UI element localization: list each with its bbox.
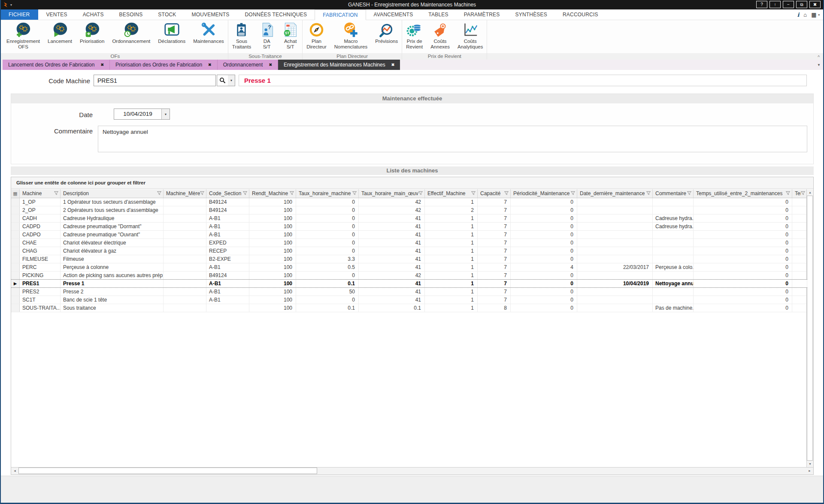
table-row-chae[interactable]: CHAEChariot élévateur électriqueEXPED100… [11, 239, 807, 247]
column-header-commentaire[interactable]: Commentaire [653, 189, 694, 198]
horizontal-scrollbar[interactable]: ◄ ► [11, 467, 813, 474]
date-dropdown-icon[interactable]: ▼ [161, 109, 170, 119]
column-header-machine-mere[interactable]: Machine_Mère [164, 189, 206, 198]
tab-list-dropdown-icon[interactable]: ▼ [817, 63, 821, 67]
menu-item-ventes[interactable]: VENTES [38, 9, 75, 20]
tab-ordonnancement[interactable]: Ordonnancement✖ [218, 60, 278, 70]
comment-textarea[interactable]: Nettoyage annuel [98, 126, 807, 152]
column-header-rendt-machine[interactable]: Rendt_Machine [249, 189, 296, 198]
filter-icon[interactable] [646, 190, 651, 196]
table-row-2-op[interactable]: 2_OP2 Opérateurs tous secteurs d'assembl… [11, 206, 807, 214]
scroll-up-icon[interactable]: ▲ [807, 189, 813, 196]
vertical-scroll-thumb[interactable] [807, 196, 813, 461]
table-row-pres2[interactable]: PRES2Presse 2A-B110050411700 [11, 288, 807, 296]
horizontal-scroll-thumb[interactable] [18, 468, 317, 474]
column-header-date-derniere-maintenance[interactable]: Date_dernière_maintenance [577, 189, 653, 198]
menu-item-avancements[interactable]: AVANCEMENTS [366, 9, 421, 20]
minimize-window-button[interactable]: − [783, 1, 794, 8]
filter-icon[interactable] [571, 190, 575, 196]
filter-icon[interactable] [200, 190, 204, 196]
filter-icon[interactable] [801, 190, 805, 196]
column-header-machine[interactable]: Machine [20, 189, 61, 198]
help-window-button[interactable]: ? [756, 1, 767, 8]
column-header-capacite[interactable]: Capacité [478, 189, 511, 198]
restore-window-button[interactable]: ⧉ [796, 1, 807, 8]
menu-item-syntheses[interactable]: SYNTHÈSES [508, 9, 555, 20]
ribbon-button-priorisation[interactable]: Priorisation [76, 20, 109, 53]
ribbon-button-previsions[interactable]: Prévisions [371, 20, 402, 53]
tab-close-icon[interactable]: ✖ [100, 63, 104, 67]
menu-item-mouvements[interactable]: MOUVEMENTS [184, 9, 237, 20]
home-icon[interactable]: ⌂ [803, 12, 807, 18]
menu-item-achats[interactable]: ACHATS [75, 9, 112, 20]
ribbon-button-macro-nomenclatures[interactable]: Macro Nomenclatures [330, 20, 371, 53]
ribbon-button-declarations[interactable]: Déclarations [154, 20, 189, 53]
date-combo[interactable]: 10/04/2019 ▼ [114, 109, 170, 120]
grid-select-all-cell[interactable]: ▦ [11, 189, 20, 198]
tab-enregistrement-des-maintenances-machines[interactable]: Enregistrement des Maintenances Machines… [278, 60, 400, 70]
table-row-1-op[interactable]: 1_OP1 Opérateur tous secteurs d'assembla… [11, 198, 807, 206]
filter-icon[interactable] [54, 190, 58, 196]
column-header-code-section[interactable]: Code_Section [206, 189, 249, 198]
table-row-chag[interactable]: CHAGChariot élévateur à gazRECEP10004117… [11, 247, 807, 255]
ribbon-button-ordonnancement[interactable]: Ordonnancement [108, 20, 154, 53]
info-icon[interactable]: i [797, 12, 799, 18]
column-header-temps-utilise-entre-2-maintenances[interactable]: Temps_utilisé_entre_2_maintenances [694, 189, 792, 198]
ribbon-button-achat-s-t[interactable]: STAchat S/T [279, 20, 302, 53]
table-row-pres1[interactable]: ▶PRES1Presse 1A-B11000.14117010/04/2019N… [11, 279, 807, 288]
table-row-filmeuse[interactable]: FILMEUSEFilmeuseB2-EXPE1003.3411700 [11, 255, 807, 263]
table-tools-icon[interactable]: ▦ [811, 12, 816, 18]
scroll-left-icon[interactable]: ◄ [11, 468, 18, 474]
filter-icon[interactable] [243, 190, 247, 196]
float-window-button[interactable]: ↑ [769, 1, 781, 8]
filter-icon[interactable] [471, 190, 476, 196]
column-header-taux-horaire-main-uvre[interactable]: Taux_horaire_main_œuvre [359, 189, 425, 198]
ribbon-button-plan-directeur[interactable]: Plan Directeur [303, 20, 330, 53]
table-row-sous-traita[interactable]: SOUS-TRAITA...Sous traitance1000.10.1180… [11, 304, 807, 312]
ribbon-button-couts-annexes[interactable]: Coûts Annexes [427, 20, 454, 53]
ribbon-button-enregistrement-ofs[interactable]: Enregistrement OFS [3, 20, 44, 53]
menu-item-fichier[interactable]: FICHIER [0, 9, 38, 20]
menu-item-raccourcis[interactable]: RACCOURCIS [555, 9, 606, 20]
column-header-description[interactable]: Description [61, 189, 164, 198]
tab-lancement-des-ordres-de-fabrication[interactable]: Lancement des Ordres de Fabrication✖ [3, 60, 110, 70]
menu-item-parametres[interactable]: PARAMÈTRES [456, 9, 508, 20]
column-header-periodicite-maintenance[interactable]: Périodicité_Maintenance [511, 189, 577, 198]
vertical-scrollbar[interactable]: ▲ ▼ [806, 189, 813, 467]
table-tools-caret-icon[interactable]: ▾ [818, 13, 820, 17]
scroll-down-icon[interactable]: ▼ [807, 461, 813, 467]
ribbon-button-sous-traitants[interactable]: Sous Traitants [228, 20, 255, 53]
filter-icon[interactable] [786, 190, 790, 196]
column-header-taux-horaire-machine[interactable]: Taux_horaire_machine [296, 189, 359, 198]
ribbon-button-da-s-t[interactable]: ?DA S/T [255, 20, 279, 53]
menu-item-fabrication[interactable]: FABRICATION [315, 9, 366, 20]
search-button[interactable] [217, 75, 228, 86]
menu-item-donnees-techniques[interactable]: DONNÉES TECHNIQUES [237, 9, 315, 20]
column-header-temps-util[interactable]: Temps_util [792, 189, 807, 198]
filter-icon[interactable] [504, 190, 509, 196]
table-row-picking[interactable]: PICKINGAction de picking sans aucunes au… [11, 272, 807, 280]
menu-item-stock[interactable]: STOCK [150, 9, 184, 20]
ribbon-button-prix-de-revient[interactable]: Prix de Revient [402, 20, 427, 53]
table-row-cadh[interactable]: CADHCadreuse HydrauliqueA-B1100041170Cad… [11, 214, 807, 223]
filter-icon[interactable] [352, 190, 357, 196]
scroll-right-icon[interactable]: ► [806, 468, 813, 474]
table-row-sc1t[interactable]: SC1TBanc de scie 1 têteA-B11000411700 [11, 296, 807, 304]
filter-icon[interactable] [687, 190, 691, 196]
grid-groupby-bar[interactable]: Glisser une entête de colonne ici pour g… [11, 177, 813, 189]
tab-close-icon[interactable]: ✖ [269, 63, 272, 67]
close-window-button[interactable]: ✖ [809, 1, 821, 8]
ribbon-button-couts-analytiques[interactable]: Coûts Analytiques [454, 20, 487, 53]
menu-item-besoins[interactable]: BESOINS [112, 9, 151, 20]
column-header-effectif-machine[interactable]: Effectif_Machine [425, 189, 478, 198]
table-row-cadpo[interactable]: CADPOCadreuse pneumatique "Ouvrant"A-B11… [11, 231, 807, 239]
filter-icon[interactable] [157, 190, 161, 196]
filter-icon[interactable] [418, 190, 423, 196]
ribbon-button-lancement[interactable]: Lancement [44, 20, 76, 53]
code-machine-input[interactable] [94, 75, 216, 86]
tab-close-icon[interactable]: ✖ [208, 63, 212, 67]
table-row-perc[interactable]: PERCPerçeuse à colonneA-B11000.54117422/… [11, 263, 807, 272]
menu-item-tables[interactable]: TABLES [421, 9, 456, 20]
table-row-cadpd[interactable]: CADPDCadreuse pneumatique "Dormant"A-B11… [11, 223, 807, 231]
filter-icon[interactable] [290, 190, 294, 196]
